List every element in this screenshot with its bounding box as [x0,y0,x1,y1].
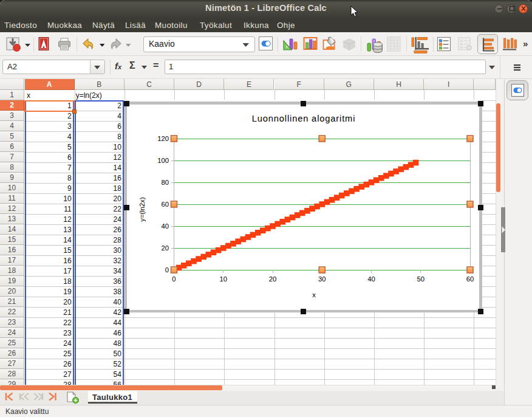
svg-text:50: 50 [417,275,425,283]
svg-text:10: 10 [220,275,228,283]
svg-text:80: 80 [161,179,169,186]
svg-text:0: 0 [165,266,169,274]
svg-text:60: 60 [161,201,169,208]
svg-text:Luonnollinen alogaritmi: Luonnollinen alogaritmi [252,114,356,123]
svg-text:100: 100 [157,157,169,164]
svg-text:40: 40 [367,275,375,283]
svg-text:60: 60 [466,275,474,283]
svg-text:y=(ln2x): y=(ln2x) [138,197,146,222]
svg-text:x: x [312,291,316,298]
svg-text:40: 40 [161,222,169,230]
svg-text:20: 20 [269,275,277,283]
svg-text:120: 120 [157,135,169,142]
svg-text:0: 0 [172,275,176,283]
svg-text:20: 20 [161,244,169,252]
svg-text:30: 30 [318,275,326,283]
